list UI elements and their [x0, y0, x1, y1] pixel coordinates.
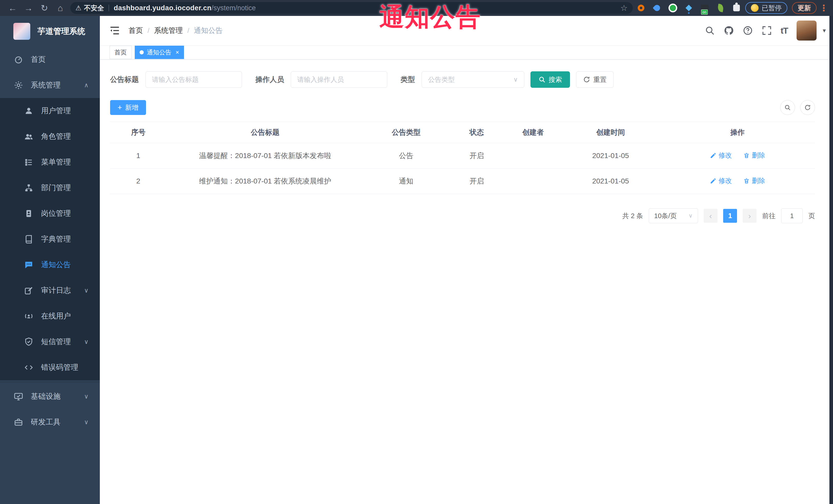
badge-icon	[24, 209, 33, 218]
breadcrumb-system[interactable]: 系统管理	[154, 26, 183, 35]
breadcrumb-current: 通知公告	[194, 26, 222, 35]
chevron-down-icon: ∨	[84, 338, 89, 345]
toggle-search-button[interactable]	[780, 100, 795, 115]
refresh-table-button[interactable]	[800, 100, 815, 115]
search-form: 公告标题 操作人员 类型 公告类型 ∨ 搜索 重置	[110, 71, 815, 88]
refresh-icon	[804, 104, 811, 111]
sidebar-toggle-icon[interactable]	[109, 25, 120, 36]
sidebar-item-label: 错误码管理	[41, 362, 78, 373]
cell-id: 1	[110, 144, 167, 168]
edit-button-label: 修改	[718, 151, 732, 160]
app-logo-row[interactable]: 芋道管理系统	[0, 16, 100, 47]
browser-forward-icon[interactable]: →	[21, 3, 37, 13]
search-button[interactable]: 搜索	[530, 71, 570, 88]
sidebar-item-posts[interactable]: 岗位管理	[0, 201, 100, 226]
tab-home[interactable]: 首页	[110, 46, 132, 59]
sidebar-item-infrastructure[interactable]: 基础设施 ∨	[0, 384, 100, 409]
cell-status: 开启	[449, 143, 505, 168]
extension-orange-ring-icon[interactable]	[637, 3, 646, 13]
book-icon	[24, 235, 33, 244]
extension-green-leaf-icon[interactable]	[716, 3, 725, 13]
table-row: 2 维护通知：2018-07-01 若依系统凌晨维护 通知 开启 2021-01…	[110, 169, 815, 194]
extension-blue-diamond-icon[interactable]	[684, 3, 693, 13]
url-path: /system/notice	[211, 4, 256, 12]
shield-check-icon	[24, 337, 33, 346]
sidebar-item-audit-log[interactable]: 审计日志 ∨	[0, 278, 100, 303]
profile-paused-badge[interactable]: 已暂停	[745, 2, 787, 14]
chevron-up-icon: ∧	[84, 81, 89, 89]
close-icon[interactable]: ×	[175, 49, 179, 55]
sidebar-item-online-users[interactable]: 在线用户	[0, 303, 100, 329]
add-button[interactable]: + 新增	[110, 100, 146, 115]
sidebar-item-system[interactable]: 系统管理 ∧	[0, 72, 100, 98]
sidebar-item-users[interactable]: 用户管理	[0, 98, 100, 124]
fullscreen-icon[interactable]	[762, 25, 772, 36]
browser-reload-icon[interactable]: ↻	[37, 3, 52, 13]
operator-filter-label: 操作人员	[255, 75, 284, 85]
sidebar-item-roles[interactable]: 角色管理	[0, 124, 100, 149]
search-icon[interactable]	[705, 25, 715, 36]
sidebar-item-sms[interactable]: 短信管理 ∨	[0, 329, 100, 355]
user-avatar[interactable]	[796, 21, 816, 41]
sidebar-item-label: 审计日志	[41, 285, 71, 296]
header-actions: tT ▾	[705, 21, 826, 41]
browser-back-icon[interactable]: ←	[5, 3, 21, 13]
title-filter-input[interactable]	[145, 71, 242, 88]
help-icon[interactable]	[743, 25, 753, 36]
operator-filter-input[interactable]	[291, 71, 387, 88]
header-type: 公告类型	[364, 122, 449, 143]
sidebar-item-departments[interactable]: 部门管理	[0, 175, 100, 201]
avatar-caret-down-icon[interactable]: ▾	[823, 27, 826, 34]
reset-button[interactable]: 重置	[576, 71, 614, 88]
font-size-icon[interactable]: tT	[781, 26, 788, 36]
sidebar-item-menus[interactable]: 菜单管理	[0, 149, 100, 175]
delete-button-label: 删除	[752, 176, 765, 185]
bookmark-star-icon[interactable]: ☆	[620, 3, 628, 13]
tab-notice[interactable]: 通知公告 ×	[135, 46, 184, 59]
sidebar-item-dictionary[interactable]: 字典管理	[0, 226, 100, 252]
delete-button[interactable]: 删除	[743, 151, 765, 160]
cell-actions: 修改 删除	[660, 143, 815, 168]
goto-page-input[interactable]	[781, 208, 803, 223]
search-button-label: 搜索	[549, 75, 562, 84]
cell-actions: 修改 删除	[660, 169, 815, 194]
list-icon	[24, 158, 33, 167]
edit-button[interactable]: 修改	[710, 176, 732, 185]
type-select-placeholder: 公告类型	[428, 75, 455, 84]
delete-button[interactable]: 删除	[743, 176, 765, 185]
security-warning-icon: ⚠	[75, 4, 81, 12]
edit-log-icon	[24, 286, 33, 295]
address-bar[interactable]: ⚠ 不安全 dashboard.yudao.iocoder.cn /system…	[70, 2, 633, 14]
page-scrollbar[interactable]	[829, 16, 833, 504]
extension-blue-pin-icon[interactable]	[652, 3, 662, 13]
cell-type: 公告	[364, 143, 449, 168]
page-size-select[interactable]: 10条/页 ∨	[649, 208, 698, 223]
prev-page-button[interactable]: ‹	[704, 209, 717, 223]
sidebar-item-dev-tools[interactable]: 研发工具 ∨	[0, 409, 100, 435]
gear-icon	[14, 80, 23, 90]
security-warning-label[interactable]: 不安全	[84, 4, 104, 13]
sidebar-item-error-codes[interactable]: 错误码管理	[0, 355, 100, 380]
edit-button[interactable]: 修改	[710, 151, 732, 160]
page-1-button[interactable]: 1	[723, 209, 737, 223]
sidebar-item-notice[interactable]: 通知公告	[0, 252, 100, 278]
extension-dark-on-icon[interactable]: on	[700, 3, 709, 13]
browser-update-button[interactable]: 更新	[792, 2, 816, 14]
github-icon[interactable]	[724, 25, 734, 36]
extension-green-circle-icon[interactable]	[668, 3, 677, 13]
system-submenu: 用户管理 角色管理 菜单管理 部门管理 岗位管理	[0, 98, 100, 380]
next-page-button[interactable]: ›	[743, 209, 757, 223]
type-filter-select[interactable]: 公告类型 ∨	[422, 71, 524, 88]
browser-home-icon[interactable]: ⌂	[52, 3, 68, 13]
cell-created-time: 2021-01-05	[561, 169, 660, 193]
extensions-puzzle-icon[interactable]	[732, 3, 741, 13]
header-status: 状态	[449, 122, 505, 143]
breadcrumb-home[interactable]: 首页	[128, 26, 143, 35]
browser-menu-icon[interactable]: ⋮	[819, 3, 828, 13]
notice-page: 公告标题 操作人员 类型 公告类型 ∨ 搜索 重置 + 新增	[100, 59, 833, 223]
address-divider	[109, 5, 109, 11]
sidebar-item-home[interactable]: 首页	[0, 47, 100, 72]
notice-table: 序号 公告标题 公告类型 状态 创建者 创建时间 操作 1 温馨提醒：2018-…	[110, 122, 815, 194]
breadcrumb-separator: /	[187, 27, 189, 34]
sidebar-item-label: 通知公告	[41, 260, 71, 270]
